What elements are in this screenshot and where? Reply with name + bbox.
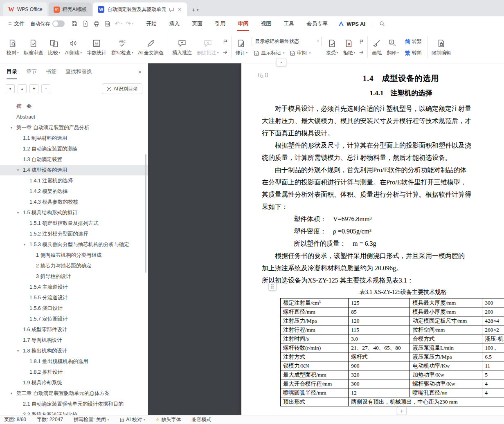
print-preview-button[interactable] [102,19,112,29]
toc-item[interactable]: 1.5.5 分流道设计 [0,292,148,303]
brush-button[interactable]: 画笔 [369,37,384,57]
toc-item[interactable]: 1.5.2 注射模分型面的选择 [0,229,148,239]
table-cell[interactable]: 300 [482,298,504,307]
redo-button[interactable]: ↷▾ [124,20,135,27]
word-count-button[interactable]: 12 字数统计 [84,37,109,57]
menu-item[interactable]: 审阅 [232,16,254,31]
sidebar-tab[interactable]: 查找和替换 [65,68,92,75]
insert-comment-button[interactable]: 插入批注 [170,37,194,57]
ai-polish-button[interactable]: AI 全文润色 [135,37,166,57]
file-menu-button[interactable]: ≡ 文件 [5,20,28,27]
table-cell[interactable]: 动定模固定板尺寸/mm [410,316,482,325]
table-cell[interactable]: 85 [349,307,410,316]
toc-item[interactable]: 1.1 制品材料的选用 [0,133,148,144]
chevron-down-icon[interactable]: ▾ [9,126,14,130]
menu-item[interactable]: 视图 [254,16,277,31]
table-cell[interactable]: 电动机功率/Kw [410,361,482,370]
table-cell[interactable]: 螺杆转数(r/min) [281,343,349,352]
close-sidebar-icon[interactable]: × [138,68,142,75]
table-cell[interactable]: 喷嘴圆弧半径/mm [281,388,349,397]
compare-button[interactable]: 比较▾ [46,37,63,57]
toc-item[interactable]: ▾第一章 自动滴定装置的产品分析 [0,122,148,133]
toc-item[interactable]: ▾1.8 推出机构的设计 [0,345,148,356]
toc-item[interactable]: 1.2 自动滴定装置的测绘 [0,144,148,154]
table-drag-handle[interactable] [268,283,277,291]
toc-item[interactable]: ▾1.5 模具结构形式的拟订 [0,207,148,218]
table-cell[interactable]: 260×2 [482,325,504,334]
table-cell[interactable]: 液压-机 [482,334,504,343]
track-changes-button[interactable]: 修订▾ [233,37,250,57]
next-comment-button[interactable] [223,49,228,55]
translate-button[interactable]: 文A 翻译▾ [384,37,401,57]
doc-text-line[interactable]: 其质量属性分析对表面积、体积、质量进行分析与计算。根据软件计算得 [262,188,504,201]
heading-level-badge[interactable]: H₂ [258,72,268,78]
table-cell[interactable]: 428×4 [482,316,504,325]
reject-button[interactable]: 拒绝▾ [341,37,358,57]
redo-dropdown-icon[interactable]: ▾ [132,22,134,25]
tab-list-dropdown-icon[interactable]: ▾ [197,8,198,12]
doc-text-line[interactable]: 统的质量，计算所需锁模力、总注射物料量，然后才能初选设备。 [262,152,504,164]
doc-body[interactable]: 对于模具设计，必须首先选则合适的注塑机型号，以确定额定注射量大注射压力、最大锁模… [262,103,504,287]
spell-check-status[interactable]: 拼写检查: 关闭 ▾ [74,416,109,423]
toc-item[interactable]: 1.8.1 推出脱模机构的选用 [0,356,148,367]
sidebar-tab[interactable]: 章节 [26,68,37,75]
next-revision-button[interactable] [359,49,364,55]
doc-text-line[interactable]: 塑件体积： V=6976.8mm³ [262,213,504,225]
doc-text-line[interactable]: 在分型面上的投影面积进行计算与测量。在Pro/E软件里打开三维模型， [262,176,504,188]
toc-item[interactable]: 1.7 导向机构设计 [0,335,148,345]
table-cell[interactable]: 3.0 [349,334,410,343]
zoom-in-button[interactable]: + [29,84,38,93]
toc-item[interactable]: 1.3 自动滴定装置 [0,154,148,165]
toc-item[interactable]: 1.5.7 定位圈设计 [0,314,148,324]
previous-comment-button[interactable] [223,39,228,45]
table-cell[interactable]: 4 [482,379,504,388]
table-cell[interactable]: 加热功率/Kw [410,370,482,379]
chevron-down-icon[interactable]: ▾ [16,349,20,353]
chevron-down-icon[interactable]: ▾ [16,168,20,172]
table-cell[interactable]: 900 [349,361,410,370]
doc-text-line[interactable]: 大注射压力、最大锁模力、模具的安装尺寸及开模行程等技术规范后，才 [262,115,504,127]
save-button[interactable] [69,19,79,29]
toc-item[interactable]: ▾1.5.3 模具侧向分型与抽芯机构的分析与确定 [0,239,148,250]
table-cell[interactable]: 液压泵压力/Mpa [410,352,482,361]
tab-active-document[interactable]: W 自动滴定装置及其驱动单元设... × [93,2,187,16]
toc-item[interactable]: 1 侧向抽芯机构的分类与组成 [0,250,148,260]
toc-item[interactable]: 1.4.2 模架的选择 [0,186,148,197]
toc-item[interactable]: 2.1 自动滴定装置驱动单元的设计依据和目的 [0,399,148,409]
ai-proofread-status[interactable]: AI 校对 ▾ [119,416,145,423]
tab-docer-template[interactable]: 稻 稻壳AI模板 [49,2,92,16]
doc-text-line[interactable]: 对于模具设计，必须首先选则合适的注塑机型号，以确定额定注射量 [262,103,504,115]
table-cell[interactable]: 螺杆直径/mm [281,307,349,316]
new-tab-button[interactable]: + [191,6,195,13]
table-cell[interactable]: 注射方式 [281,352,349,361]
table-cell[interactable]: 拉杆空间/mm [410,325,482,334]
toc-item[interactable]: 1.9 模具冷却系统 [0,377,148,388]
table-cell[interactable]: 最大成型面积/mm [281,370,349,379]
spell-check-button[interactable]: ABC 拼写检查▾ [109,37,136,57]
toc-item[interactable]: 2.2 系统方案论证与比较 [0,409,148,415]
table-cell[interactable]: 锁模力/KN [281,361,349,370]
table-cell[interactable]: 模具最小厚度/mm [410,307,482,316]
table-cell[interactable]: 顶出形式 [281,397,349,406]
menu-item[interactable]: 引用 [209,16,232,31]
show-markup-button[interactable]: 显示标记▾ [252,49,287,58]
table-cell[interactable]: 4 [482,388,504,397]
doc-text-line[interactable]: 所以初选设备为XS-ZY-125 其主要技术规格见表3.1： [262,274,504,287]
toc-item[interactable]: 1.4.1 注塑机的选择 [0,175,148,186]
missing-font-warning[interactable]: ⚠ 缺失字体 [155,416,181,423]
review-pane-button[interactable]: 审阅▾ [288,49,313,58]
table-cell[interactable]: 液压泵流量L/min [410,343,482,352]
undo-button[interactable]: ↶▾ [113,20,124,27]
table-cell[interactable]: 合模方式 [410,334,482,343]
undo-dropdown-icon[interactable]: ▾ [121,22,123,25]
delete-comment-button[interactable]: 删除批注▾ [194,37,221,57]
markup-state-dropdown[interactable]: 显示标记的最终状态▾ [252,37,322,46]
doc-text-line[interactable]: 行下面真正的模具设计。 [262,127,504,139]
proofread-button[interactable]: 校对▾ [4,37,21,57]
table-cell[interactable]: 12 [349,388,410,397]
table-cell[interactable]: 螺杆式 [349,352,410,361]
doc-text-line[interactable]: 果如下： [262,201,504,213]
doc-text-line[interactable]: 加上浇注系统及冷凝料材料总质量约为 20.096g。 [262,262,504,274]
ai-read-button[interactable]: AI朗读▾ [63,37,84,57]
doc-text-line[interactable]: 所以塑件的质量： m = 6.3g [262,238,504,250]
